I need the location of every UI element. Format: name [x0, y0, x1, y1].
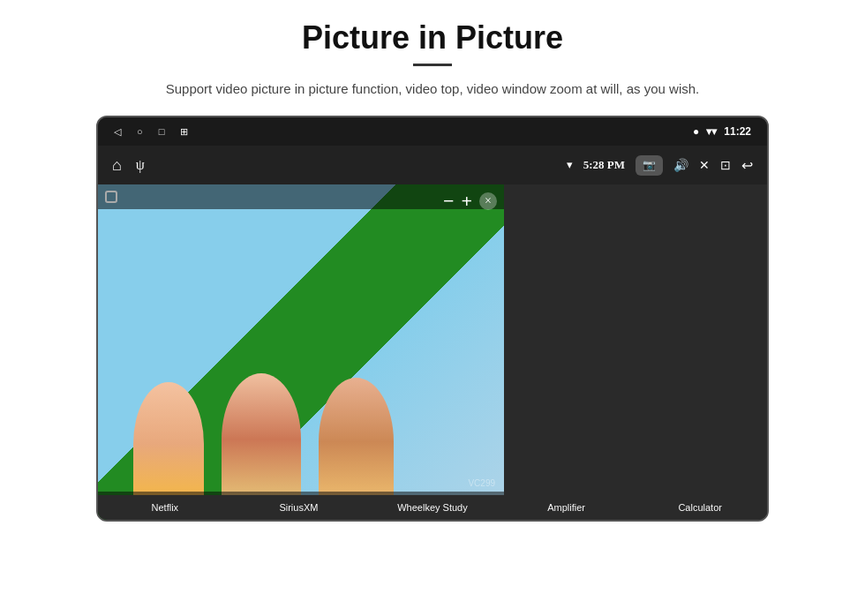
page-title: Picture in Picture	[302, 19, 563, 56]
volume-icon[interactable]: 🔊	[673, 158, 688, 173]
status-bar-left: ◁ ○ □ ⊞	[114, 126, 188, 138]
pip-camera-icon	[105, 191, 117, 203]
wheelkey-bottom-label: Wheelkey Study	[365, 502, 500, 513]
netflix-bottom-label: Netflix	[98, 502, 232, 513]
pip-minus-button[interactable]: −	[443, 190, 455, 213]
bottom-labels-row: Netflix SiriusXM Wheelkey Study Amplifie…	[98, 495, 767, 520]
figure-2	[222, 373, 301, 506]
title-divider	[413, 64, 452, 66]
camera-icon: 📷	[643, 159, 656, 172]
siriusxm-bottom-label: SiriusXM	[232, 502, 366, 513]
screenshot-icon[interactable]: ⊞	[180, 126, 188, 138]
pip-controls[interactable]: − + ×	[436, 184, 504, 218]
usb-icon: ψ	[136, 157, 145, 173]
nav-bar: ⌂ ψ ▾ 5:28 PM 📷 🔊 ✕ ⊡ ↩	[98, 146, 767, 184]
pip-icon[interactable]: ⊡	[720, 158, 731, 173]
gps-icon: ●	[693, 125, 699, 138]
watermark: VC299	[468, 478, 495, 488]
nav-right: ▾ 5:28 PM 📷 🔊 ✕ ⊡ ↩	[567, 155, 753, 176]
pip-close-button[interactable]: ×	[479, 192, 497, 210]
page-container: Picture in Picture Support video picture…	[0, 0, 865, 616]
pip-plus-button[interactable]: +	[461, 190, 472, 213]
wifi-nav-icon: ▾	[567, 158, 573, 172]
wifi-status-icon: ▾▾	[706, 125, 717, 138]
page-subtitle: Support video picture in picture functio…	[166, 79, 699, 100]
home-icon[interactable]: ○	[137, 126, 143, 137]
pip-video-container: − + × ⏮ ▶ ⏭ VC299	[98, 184, 504, 522]
recents-icon[interactable]: □	[159, 126, 165, 137]
camera-button[interactable]: 📷	[636, 155, 663, 176]
figure-1	[133, 382, 204, 506]
status-bar-right: ● ▾▾ 11:22	[693, 125, 751, 138]
calculator-bottom-label: Calculator	[633, 502, 767, 513]
back-icon[interactable]: ◁	[114, 126, 121, 138]
back-nav-icon[interactable]: ↩	[741, 157, 753, 174]
app-area: − + × ⏮ ▶ ⏭ VC299	[98, 184, 767, 522]
pip-close-icon: ×	[485, 194, 492, 208]
home-nav-icon[interactable]: ⌂	[112, 156, 122, 175]
figure-3	[319, 378, 394, 506]
nav-time: 5:28 PM	[583, 158, 625, 172]
video-scene	[98, 184, 504, 522]
close-icon[interactable]: ✕	[699, 158, 710, 173]
status-bar: ◁ ○ □ ⊞ ● ▾▾ 11:22	[98, 117, 767, 146]
nav-left: ⌂ ψ	[112, 156, 145, 175]
status-time: 11:22	[724, 125, 751, 138]
device-frame: ◁ ○ □ ⊞ ● ▾▾ 11:22 ⌂ ψ ▾ 5:28 PM 📷	[96, 116, 769, 522]
amplifier-bottom-label: Amplifier	[500, 502, 634, 513]
